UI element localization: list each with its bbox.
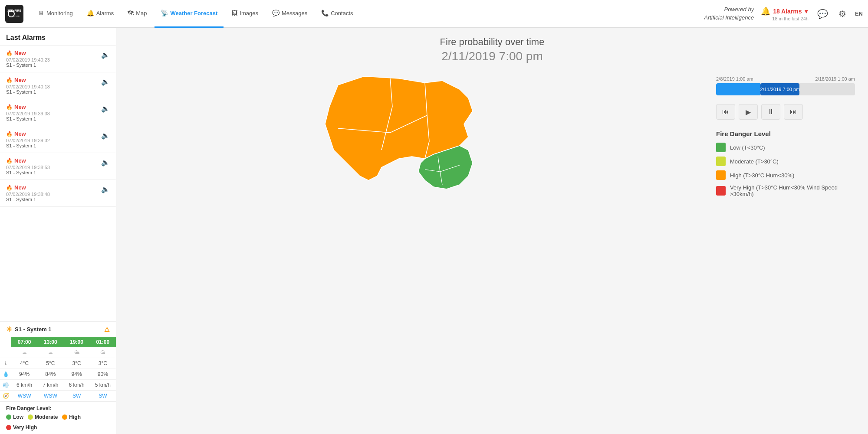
rewind-button[interactable]: ⏮ [716, 104, 735, 120]
danger-legend: Fire Danger Level Low (T<30°C)Moderate (… [716, 130, 855, 197]
alarm-info: 🔥 New 07/02/2019 19:40:23 S1 - System 1 [6, 50, 101, 68]
timeline-track[interactable]: 2/11/2019 7:00 pm [716, 83, 855, 95]
play-button[interactable]: ▶ [739, 104, 758, 120]
nav-images[interactable]: 🖼 Images [225, 0, 264, 28]
alarm-status: 🔥 New [6, 184, 101, 191]
sound-button[interactable]: 🔈 [101, 131, 110, 140]
humidity-cell: 84% [37, 369, 63, 380]
timeline-fill [716, 83, 760, 95]
content-area: Fire probability over time 2/11/2019 7:0… [116, 28, 868, 434]
wind-direction-cell: WSW [11, 391, 37, 401]
wind-speed-cell: 5 km/h [90, 380, 116, 391]
sound-button[interactable]: 🔈 [101, 104, 110, 113]
fire-icon: 🔥 [6, 185, 13, 191]
alarm-item: 🔥 New 07/02/2019 19:39:32 S1 - System 1 … [0, 126, 116, 153]
forward-icon: ⏭ [790, 108, 797, 116]
legend-dot [6, 414, 11, 420]
main-layout: Last Alarms 🔥 New 07/02/2019 19:40:23 S1… [0, 28, 868, 434]
forward-button[interactable]: ⏭ [784, 104, 803, 120]
legend-row: Very High (T>30°C Hum<30% Wind Speed >30… [716, 184, 855, 197]
legend-dot [62, 414, 67, 420]
chart-and-legend: 2/8/2019 1:00 am 2/18/2019 1:00 am 2/11/… [129, 72, 855, 202]
weather-condition-icon: ☁ [11, 347, 37, 358]
map-icon: 🗺 [128, 10, 134, 16]
nav-monitoring[interactable]: 🖥 Monitoring [32, 0, 79, 28]
alarm-status: 🔥 New [6, 50, 101, 56]
weather-col-header: 19:00 [64, 337, 90, 347]
nav-right: Powered by Artificial Intelligence 🔔 18 … [704, 6, 863, 21]
monitoring-icon: 🖥 [38, 10, 44, 16]
pause-button[interactable]: ⏸ [761, 104, 780, 120]
timeline-thumb[interactable]: 2/11/2019 7:00 pm [760, 83, 799, 95]
alarm-system: S1 - System 1 [6, 197, 101, 202]
alarm-item: 🔥 New 07/02/2019 19:38:53 S1 - System 1 … [0, 153, 116, 180]
humidity-cell: 94% [11, 369, 37, 380]
fire-danger-legend-item: Low [6, 414, 23, 420]
alert-icon: ⚠ [104, 326, 110, 333]
sidebar-header: Last Alarms [0, 28, 116, 46]
nav-messages[interactable]: 💬 Messages [266, 0, 313, 28]
legend-row: High (T>30°C Hum<30%) [716, 170, 855, 180]
alarm-date: 07/02/2019 19:38:53 [6, 165, 101, 170]
wind-direction-cell: SW [90, 391, 116, 401]
weather-icon: 📡 [161, 10, 168, 16]
alarm-item: 🔥 New 07/02/2019 19:39:38 S1 - System 1 … [0, 99, 116, 126]
nav-contacts[interactable]: 📞 Contacts [315, 0, 359, 28]
alarm-info: 🔥 New 07/02/2019 19:38:48 S1 - System 1 [6, 184, 101, 202]
wind-direction-cell: WSW [37, 391, 63, 401]
timeline-labels: 2/8/2019 1:00 am 2/18/2019 1:00 am [716, 76, 855, 82]
legend-panel: 2/8/2019 1:00 am 2/18/2019 1:00 am 2/11/… [716, 72, 855, 202]
nav-weather[interactable]: 📡 Weather Forecast [155, 0, 224, 28]
sound-button[interactable]: 🔈 [101, 184, 110, 193]
legend-row: Low (T<30°C) [716, 143, 855, 152]
map-area [129, 72, 703, 202]
alarm-date: 07/02/2019 19:40:23 [6, 57, 101, 62]
alarm-status: 🔥 New [6, 157, 101, 164]
sound-button[interactable]: 🔈 [101, 50, 110, 59]
temperature-cell: 3°C [90, 358, 116, 369]
svg-text:DETECTION: DETECTION [9, 15, 19, 17]
alarm-item: 🔥 New 07/02/2019 19:40:23 S1 - System 1 … [0, 46, 116, 72]
legend-swatch [716, 143, 726, 152]
timeline-section: 2/8/2019 1:00 am 2/18/2019 1:00 am 2/11/… [716, 76, 855, 95]
fire-danger-bar: Fire Danger Level: LowModerateHighVery H… [0, 401, 116, 434]
sound-button[interactable]: 🔈 [101, 77, 110, 86]
legend-row: Moderate (T>30°C) [716, 157, 855, 166]
alarm-system: S1 - System 1 [6, 89, 101, 95]
row-icon-wind: 💨 [0, 380, 11, 391]
nav-alarms[interactable]: 🔔 Alarms [81, 0, 120, 28]
chart-title: Fire probability over time [129, 36, 855, 48]
play-icon: ▶ [746, 108, 751, 116]
system-title: ☀ S1 - System 1 ⚠ [0, 322, 116, 337]
row-icon-weather [0, 347, 11, 358]
alarms-button[interactable]: 🔔 18 Alarms ▾ [761, 7, 807, 16]
alarm-status: 🔥 New [6, 77, 101, 83]
nav-links: 🖥 Monitoring 🔔 Alarms 🗺 Map 📡 Weather Fo… [32, 0, 704, 28]
alarm-date: 07/02/2019 19:39:38 [6, 111, 101, 116]
weather-col-header: 01:00 [90, 337, 116, 347]
alarm-item: 🔥 New 07/02/2019 19:40:18 S1 - System 1 … [0, 72, 116, 99]
pause-icon: ⏸ [767, 108, 774, 116]
fire-danger-legend-item: Moderate [28, 414, 58, 420]
weather-table: 07:0013:0019:0001:00 ☁☁🌥🌤🌡4°C5°C3°C3°C💧9… [0, 337, 116, 401]
chat-button[interactable]: 💬 [815, 7, 830, 21]
rewind-icon: ⏮ [722, 108, 729, 116]
fire-icon: 🔥 [6, 50, 13, 56]
alarm-date: 07/02/2019 19:38:48 [6, 192, 101, 197]
temperature-cell: 3°C [64, 358, 90, 369]
weather-condition-icon: ☁ [37, 347, 63, 358]
alarm-system: S1 - System 1 [6, 143, 101, 148]
main-content: Fire probability over time 2/11/2019 7:0… [116, 28, 868, 434]
sound-button[interactable]: 🔈 [101, 157, 110, 166]
legend-swatch [716, 170, 726, 180]
alarm-info: 🔥 New 07/02/2019 19:40:18 S1 - System 1 [6, 77, 101, 95]
alarm-status: 🔥 New [6, 131, 101, 137]
settings-button[interactable]: ⚙ [837, 7, 848, 21]
language-selector[interactable]: EN [855, 10, 863, 17]
wind-speed-cell: 7 km/h [37, 380, 63, 391]
row-icon-wind-dir: 🧭 [0, 391, 11, 401]
legend-swatch [716, 186, 726, 196]
wind-speed-cell: 6 km/h [64, 380, 90, 391]
alarm-date: 07/02/2019 19:40:18 [6, 84, 101, 89]
nav-map[interactable]: 🗺 Map [122, 0, 153, 28]
